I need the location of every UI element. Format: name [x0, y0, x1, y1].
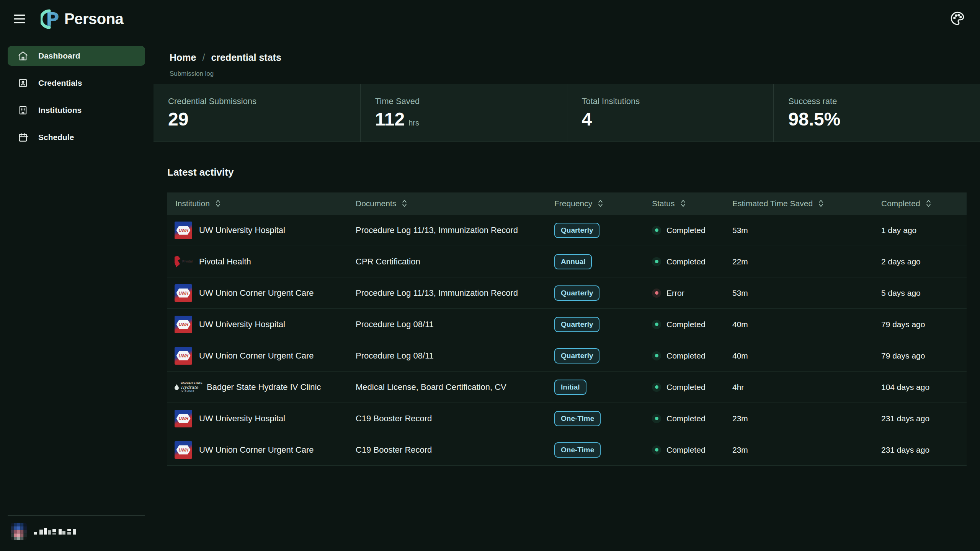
- table-row[interactable]: UWH UW Union Corner Urgent Care C19 Boos…: [167, 434, 967, 465]
- completed-cell: 231 days ago: [881, 445, 967, 455]
- persona-dashboard: P Persona Dashboard Credentials Institut…: [0, 0, 980, 551]
- breadcrumb-home[interactable]: Home: [170, 52, 196, 63]
- time-saved-cell: 40m: [732, 320, 881, 329]
- time-saved-cell: 53m: [732, 289, 881, 298]
- uw-health-logo: UWH: [175, 410, 192, 427]
- time-saved-cell: 4hr: [732, 383, 881, 392]
- sidebar-item-institutions[interactable]: Institutions: [8, 100, 145, 120]
- completed-cell: 79 days ago: [881, 351, 967, 360]
- uw-health-logo: UWH: [175, 284, 192, 302]
- palette-icon: [949, 10, 965, 26]
- institution-name: UW University Hospital: [199, 320, 285, 329]
- status-cell: Completed: [652, 414, 732, 423]
- time-saved-cell: 23m: [732, 414, 881, 423]
- sidebar-item-schedule[interactable]: Schedule: [8, 127, 145, 147]
- table-row[interactable]: Pivotal Pivotal Health CPR Certification…: [167, 246, 967, 277]
- stat-value: 98.5%: [788, 109, 840, 130]
- id-card-icon: [18, 78, 28, 88]
- column-header-documents[interactable]: Documents: [356, 199, 554, 208]
- stat-value: 112: [375, 109, 405, 130]
- frequency-badge: Quarterly: [554, 285, 599, 301]
- table-row[interactable]: UWH UW University Hospital Procedure Log…: [167, 214, 967, 246]
- status-dot-icon: [655, 323, 658, 326]
- status-text: Completed: [666, 445, 706, 455]
- status-text: Completed: [666, 226, 706, 235]
- documents-cell: Procedure Log 11/13, Immunization Record: [356, 288, 554, 298]
- documents-cell: Procedure Log 08/11: [356, 351, 554, 361]
- table-row[interactable]: BADGER STATEHydrateIV CLINIC Badger Stat…: [167, 371, 967, 403]
- status-text: Completed: [666, 383, 706, 392]
- frequency-badge: One-Time: [554, 442, 601, 458]
- frequency-badge: Quarterly: [554, 348, 599, 364]
- institution-name: Pivotal Health: [199, 257, 251, 267]
- pivotal-health-logo: Pivotal: [175, 254, 192, 269]
- user-avatar-pixelated: [11, 523, 27, 540]
- latest-activity-title: Latest activity: [167, 167, 980, 177]
- frequency-badge: Initial: [554, 380, 586, 395]
- institution-name: UW University Hospital: [199, 225, 285, 235]
- documents-cell: Procedure Log 11/13, Immunization Record: [356, 225, 554, 235]
- frequency-badge: Annual: [554, 254, 592, 269]
- hamburger-icon: [14, 15, 25, 16]
- building-icon: [18, 105, 28, 116]
- stat-card-total-insitutions: Total Insitutions 4: [567, 84, 774, 142]
- submission-log-link[interactable]: Submission log: [170, 70, 214, 78]
- table-row[interactable]: UWH UW University Hospital Procedure Log…: [167, 308, 967, 340]
- status-cell: Completed: [652, 445, 732, 455]
- documents-cell: C19 Booster Record: [356, 414, 554, 424]
- sort-icon[interactable]: [926, 199, 931, 207]
- badger-state-logo: BADGER STATEHydrateIV CLINIC: [175, 377, 200, 398]
- status-dot-icon: [655, 385, 658, 389]
- table-row[interactable]: UWH UW University Hospital C19 Booster R…: [167, 403, 967, 434]
- column-header-institution[interactable]: Institution: [167, 199, 356, 208]
- table-row[interactable]: UWH UW Union Corner Urgent Care Procedur…: [167, 340, 967, 371]
- main-content: Home / credential stats Submission log C…: [154, 38, 980, 551]
- column-header-frequency[interactable]: Frequency: [554, 199, 652, 208]
- institution-name: UW Union Corner Urgent Care: [199, 351, 314, 361]
- droplet-icon: [175, 384, 179, 390]
- completed-cell: 79 days ago: [881, 320, 967, 329]
- uw-health-logo: UWH: [175, 222, 192, 239]
- column-header-estimated-time-saved[interactable]: Estimated Time Saved: [732, 199, 881, 208]
- svg-text:P: P: [46, 9, 59, 30]
- status-cell: Completed: [652, 383, 732, 392]
- completed-cell: 1 day ago: [881, 226, 967, 235]
- table-row[interactable]: UWH UW Union Corner Urgent Care Procedur…: [167, 277, 967, 308]
- status-dot-icon: [655, 417, 658, 420]
- sort-icon[interactable]: [598, 199, 603, 207]
- status-text: Completed: [666, 414, 706, 423]
- status-cell: Completed: [652, 320, 732, 329]
- sort-icon[interactable]: [818, 199, 824, 207]
- breadcrumb: Home / credential stats: [170, 52, 980, 63]
- sidebar-item-dashboard[interactable]: Dashboard: [8, 46, 145, 66]
- sidebar-item-credentials[interactable]: Credentials: [8, 73, 145, 93]
- completed-cell: 104 days ago: [881, 383, 967, 392]
- user-profile[interactable]: [8, 515, 145, 551]
- status-dot-icon: [655, 354, 658, 357]
- stat-suffix: hrs: [408, 119, 419, 127]
- column-header-status[interactable]: Status: [652, 199, 732, 208]
- sort-icon[interactable]: [215, 199, 221, 207]
- documents-cell: C19 Booster Record: [356, 445, 554, 455]
- status-cell: Error: [652, 289, 732, 298]
- frequency-badge: One-Time: [554, 411, 601, 426]
- status-text: Completed: [666, 320, 706, 329]
- sort-icon[interactable]: [402, 199, 407, 207]
- status-dot-icon: [655, 228, 658, 232]
- time-saved-cell: 53m: [732, 226, 881, 235]
- stat-card-credential-submissions: Credential Submissions 29: [154, 84, 360, 142]
- status-text: Error: [666, 289, 684, 298]
- time-saved-cell: 40m: [732, 351, 881, 360]
- topbar: P Persona: [0, 0, 980, 38]
- user-name-redacted: [34, 527, 91, 536]
- frequency-badge: Quarterly: [554, 317, 599, 332]
- institution-name: UW Union Corner Urgent Care: [199, 445, 314, 455]
- theme-palette-button[interactable]: [949, 10, 966, 28]
- frequency-badge: Quarterly: [554, 223, 599, 238]
- stat-card-success-rate: Success rate 98.5%: [773, 84, 980, 142]
- column-header-completed[interactable]: Completed: [881, 199, 967, 208]
- sort-icon[interactable]: [680, 199, 686, 207]
- completed-cell: 231 days ago: [881, 414, 967, 423]
- hamburger-menu-button[interactable]: [14, 11, 29, 27]
- documents-cell: CPR Certification: [356, 257, 554, 267]
